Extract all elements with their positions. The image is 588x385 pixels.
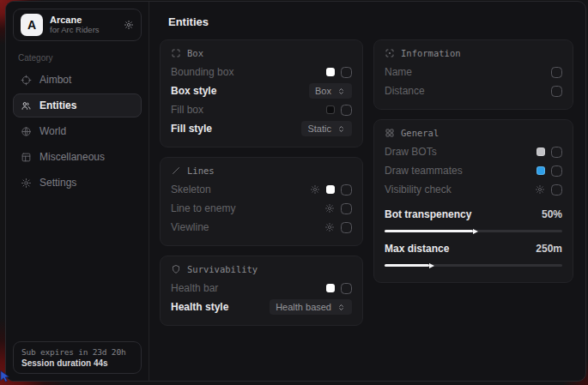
slider-label: Bot transpenency	[385, 208, 471, 220]
setting-label: Visibility check	[385, 183, 452, 196]
info-scan-icon	[385, 48, 395, 58]
visibility-check-checkbox[interactable]	[551, 184, 562, 196]
right-column: Information Name Distance	[373, 39, 573, 292]
setting-label: Skeleton	[171, 183, 211, 196]
setting-label: Distance	[385, 85, 425, 97]
bot-transparency-slider-fill[interactable]	[385, 230, 474, 232]
skeleton-color-swatch[interactable]	[326, 185, 335, 194]
line-to-enemy-gear-icon[interactable]	[324, 203, 335, 214]
sidebar-item-settings[interactable]: Settings	[13, 171, 142, 195]
panel-information-header: Information	[385, 48, 562, 58]
fill-box-checkbox[interactable]	[341, 105, 352, 116]
shield-icon	[171, 264, 181, 274]
dropdown-value: Static	[307, 123, 331, 134]
mouse-cursor	[0, 370, 13, 385]
setting-row-health-style: Health style Health based	[171, 298, 352, 316]
setting-label: Line to enemy	[171, 202, 235, 214]
sidebar-item-miscellaneous[interactable]: Miscellaneous	[13, 145, 142, 169]
panel-title: Information	[401, 48, 461, 58]
name-checkbox[interactable]	[551, 67, 562, 78]
app-window: A Arcane for Arc Riders Category Aimbot	[5, 1, 586, 382]
health-bar-checkbox[interactable]	[341, 283, 352, 294]
bot-transparency-slider-track[interactable]	[385, 230, 562, 232]
sub-expiry-text: Sub expires in 23d 20h	[21, 347, 133, 357]
panel-columns: Box Bounding box Box style Box	[160, 39, 573, 335]
chevrons-up-down-icon	[336, 124, 346, 134]
grid-icon	[385, 128, 395, 138]
setting-row-viewline: Viewline	[171, 218, 352, 237]
dropdown-value: Box	[315, 86, 331, 96]
slider-bot-transparency: Bot transpenency 50%	[385, 205, 562, 232]
fill-box-color-swatch[interactable]	[326, 105, 335, 114]
health-style-dropdown[interactable]: Health based	[270, 299, 352, 315]
bounding-box-color-swatch[interactable]	[326, 68, 335, 76]
setting-row-bounding-box: Bounding box	[171, 63, 352, 81]
panel-box: Box Bounding box Box style Box	[160, 39, 363, 147]
left-column: Box Bounding box Box style Box	[160, 39, 363, 335]
sidebar-item-entities[interactable]: Entities	[13, 93, 142, 117]
app-brand: A Arcane for Arc Riders	[13, 9, 142, 41]
draw-teammates-checkbox[interactable]	[551, 165, 562, 177]
panel-information: Information Name Distance	[373, 39, 573, 110]
max-distance-slider-track[interactable]	[385, 264, 562, 267]
main-content: Entities Box Bounding box	[149, 2, 585, 381]
line-to-enemy-checkbox[interactable]	[341, 203, 352, 214]
sidebar-item-label: Settings	[39, 177, 76, 189]
setting-label: Fill style	[171, 123, 212, 135]
brand-text: Arcane for Arc Riders	[50, 15, 100, 35]
distance-checkbox[interactable]	[551, 86, 562, 97]
setting-row-box-style: Box style Box	[171, 81, 352, 100]
bounding-box-checkbox[interactable]	[341, 67, 352, 78]
sidebar: A Arcane for Arc Riders Category Aimbot	[6, 2, 149, 381]
panel-survivability-header: Survivability	[171, 264, 352, 274]
sidebar-nav: Aimbot Entities World Miscellaneous	[13, 68, 142, 196]
skeleton-checkbox[interactable]	[341, 184, 352, 196]
brand-gear-icon[interactable]	[124, 20, 134, 30]
max-distance-slider-fill[interactable]	[385, 264, 429, 267]
setting-row-fill-box: Fill box	[171, 100, 352, 119]
layout-icon	[21, 152, 32, 163]
setting-row-fill-style: Fill style Static	[171, 119, 352, 138]
setting-row-draw-bots: Draw BOTs	[385, 142, 562, 161]
viewline-gear-icon[interactable]	[324, 222, 335, 232]
panel-survivability: Survivability Health bar Health style He…	[160, 256, 363, 326]
skeleton-gear-icon[interactable]	[310, 184, 320, 195]
setting-label: Box style	[171, 85, 216, 97]
gear-icon	[21, 177, 32, 189]
slider-label: Max distance	[385, 243, 449, 255]
setting-row-distance: Distance	[385, 81, 562, 100]
sidebar-item-aimbot[interactable]: Aimbot	[13, 68, 142, 92]
setting-row-line-to-enemy: Line to enemy	[171, 199, 352, 218]
panel-title: Lines	[187, 165, 215, 176]
slider-value: 250m	[536, 243, 562, 255]
setting-row-name: Name	[385, 63, 562, 81]
draw-bots-color-swatch[interactable]	[536, 147, 545, 156]
sidebar-item-world[interactable]: World	[13, 119, 142, 143]
app-logo: A	[21, 14, 43, 36]
draw-bots-checkbox[interactable]	[551, 147, 562, 158]
sidebar-item-label: Miscellaneous	[39, 151, 105, 163]
visibility-check-gear-icon[interactable]	[535, 184, 545, 195]
app-name: Arcane	[50, 15, 100, 26]
globe-icon	[21, 126, 32, 137]
setting-label: Viewline	[171, 221, 209, 233]
panel-box-header: Box	[171, 48, 352, 58]
diagonal-line-icon	[171, 165, 181, 176]
setting-label: Draw BOTs	[385, 146, 437, 158]
box-style-dropdown[interactable]: Box	[309, 83, 352, 99]
chevrons-up-down-icon	[336, 87, 346, 96]
viewline-checkbox[interactable]	[341, 222, 352, 233]
panel-title: Box	[187, 48, 203, 58]
fill-style-dropdown[interactable]: Static	[301, 121, 352, 136]
panel-general: General Draw BOTs Draw teammates	[373, 119, 573, 283]
setting-label: Name	[385, 66, 412, 78]
draw-teammates-color-swatch[interactable]	[536, 166, 545, 175]
health-bar-color-swatch[interactable]	[326, 284, 335, 292]
dropdown-value: Health based	[276, 302, 331, 312]
slider-value: 50%	[542, 208, 562, 220]
box-brackets-icon	[171, 48, 181, 58]
entities-users-icon	[21, 100, 32, 111]
setting-row-visibility-check: Visibility check	[385, 180, 562, 199]
sidebar-item-label: Aimbot	[39, 74, 71, 86]
chevrons-up-down-icon	[336, 303, 346, 312]
